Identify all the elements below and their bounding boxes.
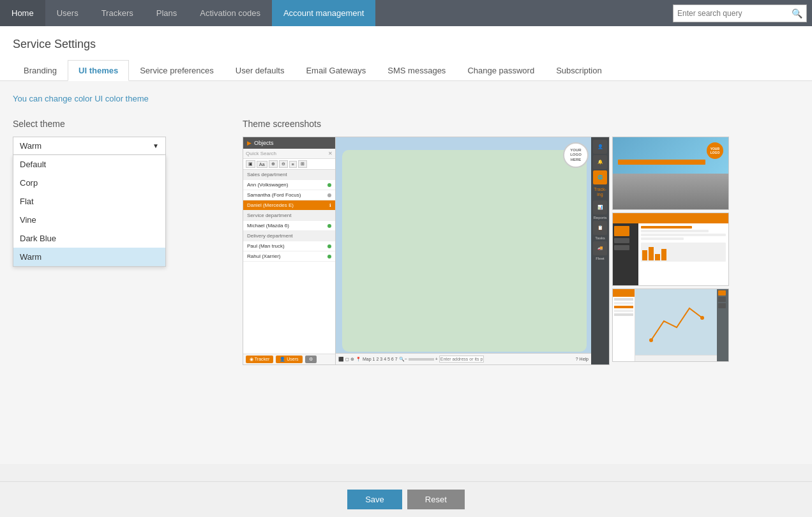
search-box: 🔍 [673,4,807,22]
right-btn [718,303,726,308]
tab-email-gateways[interactable]: Email Gateways [295,60,377,81]
nav-activation-codes[interactable]: Activation codes [188,0,272,26]
road-bg [613,174,728,210]
route-svg [638,289,717,361]
thumb-report-mockup [613,213,728,285]
map-tool-3[interactable]: ⊕ [269,160,278,168]
page-header: Service Settings Branding UI themes Serv… [0,26,812,81]
theme-option-vine[interactable]: Vine [13,211,165,229]
info-icon: ℹ [329,203,331,208]
nav-users[interactable]: Users [45,0,90,26]
tab-branding[interactable]: Branding [13,60,68,81]
map-tool-5[interactable]: ≡ [289,161,297,168]
map-item-michael[interactable]: Michael (Mazda 6) [243,221,335,231]
select-theme-label: Select theme [13,119,217,129]
right-btn-bell[interactable]: 🔔 [593,155,607,169]
map-right-sidebar: 👤 🔔 🌐 Track-ing 📊 Reports 📋 Tasks 🚚 Flee… [591,137,609,364]
right-btn-tasks[interactable]: 📋 [593,221,607,235]
right-btn-user[interactable]: 👤 [593,140,607,154]
thumb-map-right [717,289,728,361]
tab-ui-themes[interactable]: UI themes [68,60,129,81]
nav-plans[interactable]: Plans [145,0,189,26]
status-dot [327,224,331,228]
group-label: Sales department [247,172,287,177]
main-content: You can change color UI color theme Sele… [0,81,812,464]
search-input[interactable] [677,9,792,18]
item-label: Paul (Man truck) [247,243,285,249]
theme-option-flat[interactable]: Flat [13,192,165,211]
address-input[interactable] [439,356,484,363]
bar [661,249,666,260]
map-item-ann[interactable]: Ann (Volkswagen) [243,180,335,190]
map-item-rahul[interactable]: Rahul (Xarrier) [243,251,335,262]
thumb-map-sidebar [613,289,635,361]
theme-option-default[interactable]: Default [13,155,165,174]
map-land [342,150,587,352]
tab-service-preferences[interactable]: Service preferences [129,60,225,81]
screenshots-section: Theme screenshots ▶ Objects [243,119,799,365]
tab-sms-messages[interactable]: SMS messages [377,60,456,81]
thumb-report-content [638,223,728,285]
nav-trackers[interactable]: Trackers [90,0,145,26]
thumb-report-header [613,213,728,223]
map-tool-1[interactable]: ▣ [246,160,255,168]
screenshot-thumb-3[interactable] [612,288,729,362]
thumb-report-sidebar [613,223,638,285]
right-btn-reports[interactable]: 📊 [593,200,607,214]
map-pages: 2 3 4 5 6 7 [376,357,397,361]
thumb-item [614,313,633,316]
screenshots-label: Theme screenshots [243,119,799,129]
road [613,174,728,210]
map-item-daniel[interactable]: Daniel (Mercedes E) ℹ [243,200,335,211]
sidebar-items [613,223,638,253]
theme-option-dark-blue[interactable]: Dark Blue [13,229,165,248]
theme-selected-value: Warm [20,141,41,151]
map-bottom-icon-3[interactable]: ⊕ [350,357,354,362]
map-toolbar: ▣ Aa ⊕ ⊖ ≡ ⊞ [243,159,335,170]
tab-change-password[interactable]: Change password [456,60,545,81]
screenshot-thumb-2[interactable] [612,213,729,286]
theme-option-warm[interactable]: Warm [13,248,165,266]
zoom-plus[interactable]: + [435,357,438,361]
status-dot [327,244,331,248]
tab-subscription[interactable]: Subscription [545,60,613,81]
screenshot-thumb-1[interactable]: YOURLOGO [612,137,729,210]
zoom-control[interactable]: 🔍− [399,357,407,362]
svg-point-0 [649,338,653,342]
search-icon[interactable]: 🔍 [792,8,802,19]
map-name: Map 1 [363,357,375,361]
map-group-service: Service department [243,211,335,221]
nav-home[interactable]: Home [0,0,45,26]
map-item-samantha[interactable]: Samantha (Ford Focus) [243,190,335,200]
theme-dropdown-button[interactable]: Warm ▼ [13,137,166,155]
logo-placeholder: YOURLOGOHERE [563,142,589,168]
tab-user-defaults[interactable]: User defaults [225,60,296,81]
theme-dropdown: Warm ▼ Default Corp Flat Vine Dark Blue … [13,137,166,155]
map-tool-plus[interactable]: ⊞ [298,160,307,168]
footer-users-btn[interactable]: 👤 Users [276,356,302,363]
theme-dropdown-list: Default Corp Flat Vine Dark Blue Warm [13,155,166,267]
screenshot-main: ▶ Objects Quick Search ✕ ▣ Aa ⊕ [243,137,610,365]
map-bottom-icon-4[interactable]: 📍 [356,357,361,362]
map-bottom-icon-2[interactable]: ◻ [345,357,349,362]
content-line-1 [641,226,692,229]
map-bottom-icon-1[interactable]: ⬛ [338,357,344,362]
nav-account-management[interactable]: Account management [272,0,375,26]
theme-option-corp[interactable]: Corp [13,174,165,192]
right-btn [718,297,726,302]
right-btn-globe[interactable]: 🌐 [593,170,607,184]
svg-point-1 [700,316,704,320]
map-group-delivery: Delivery department [243,231,335,241]
footer-tracker-btn[interactable]: ◉ Tracker [246,356,273,363]
thumb-item [614,298,633,301]
map-tool-4[interactable]: ⊖ [279,160,288,168]
map-item-paul[interactable]: Paul (Man truck) [243,241,335,251]
thumb-orange-bar [618,160,705,165]
footer-settings-btn[interactable]: ⚙ [305,356,317,363]
content-line-2 [641,230,709,232]
help-btn[interactable]: ? Help [576,357,589,361]
right-btn-fleet[interactable]: 🚚 [593,241,607,255]
tracking-label: Track-ing [594,186,606,199]
map-tool-2[interactable]: Aa [257,161,267,168]
group-label: Service department [247,213,291,218]
